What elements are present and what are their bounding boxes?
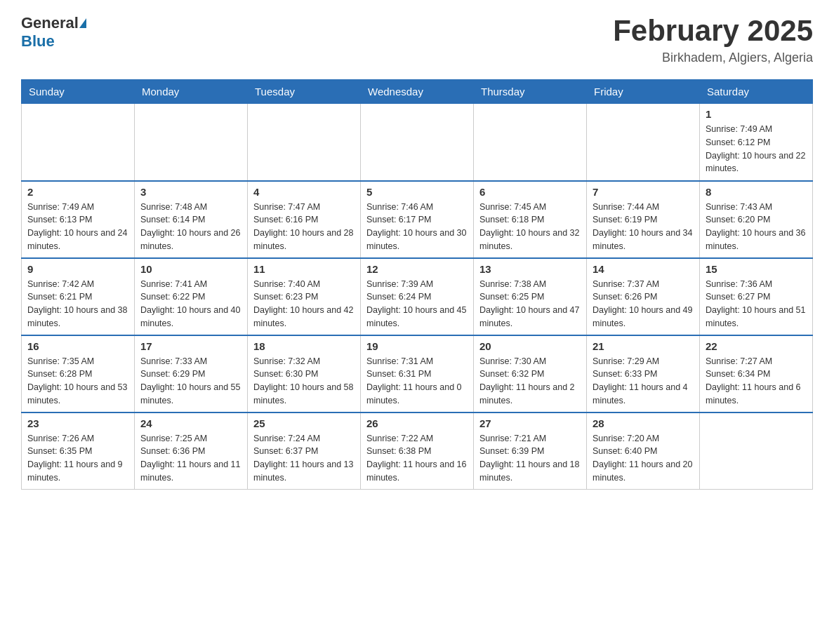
weekday-header-sunday: Sunday: [22, 80, 135, 104]
day-info: Sunrise: 7:20 AMSunset: 6:40 PMDaylight:…: [593, 432, 694, 485]
weekday-header-tuesday: Tuesday: [248, 80, 361, 104]
day-number: 20: [479, 340, 581, 352]
title-section: February 2025 Birkhadem, Algiers, Algeri…: [613, 14, 813, 65]
calendar-cell: [474, 104, 587, 181]
day-info: Sunrise: 7:40 AMSunset: 6:23 PMDaylight:…: [253, 278, 355, 330]
day-info: Sunrise: 7:41 AMSunset: 6:22 PMDaylight:…: [140, 278, 241, 330]
day-number: 1: [706, 108, 807, 120]
weekday-header-monday: Monday: [135, 80, 248, 104]
day-number: 17: [140, 340, 241, 352]
day-number: 9: [27, 263, 128, 275]
calendar-header-row: SundayMondayTuesdayWednesdayThursdayFrid…: [22, 80, 813, 104]
weekday-header-thursday: Thursday: [474, 80, 587, 104]
day-info: Sunrise: 7:22 AMSunset: 6:38 PMDaylight:…: [366, 432, 468, 485]
day-number: 10: [140, 263, 241, 275]
day-number: 26: [366, 417, 468, 429]
day-number: 19: [366, 340, 468, 352]
logo: General Blue: [21, 14, 87, 51]
calendar-cell: 4Sunrise: 7:47 AMSunset: 6:16 PMDaylight…: [248, 181, 361, 258]
day-info: Sunrise: 7:44 AMSunset: 6:19 PMDaylight:…: [593, 201, 694, 253]
day-number: 22: [706, 340, 807, 352]
day-number: 12: [366, 263, 468, 275]
calendar-cell: 20Sunrise: 7:30 AMSunset: 6:32 PMDayligh…: [474, 335, 587, 412]
day-info: Sunrise: 7:49 AMSunset: 6:12 PMDaylight:…: [706, 123, 807, 175]
day-number: 21: [593, 340, 694, 352]
day-number: 16: [27, 340, 128, 352]
calendar-cell: 25Sunrise: 7:24 AMSunset: 6:37 PMDayligh…: [248, 412, 361, 490]
calendar-cell: 28Sunrise: 7:20 AMSunset: 6:40 PMDayligh…: [587, 412, 700, 490]
day-number: 4: [253, 186, 355, 198]
day-number: 28: [593, 417, 694, 429]
weekday-header-friday: Friday: [587, 80, 700, 104]
day-info: Sunrise: 7:33 AMSunset: 6:29 PMDaylight:…: [140, 355, 241, 408]
calendar-cell: 18Sunrise: 7:32 AMSunset: 6:30 PMDayligh…: [248, 335, 361, 412]
day-info: Sunrise: 7:26 AMSunset: 6:35 PMDaylight:…: [27, 432, 128, 485]
day-info: Sunrise: 7:35 AMSunset: 6:28 PMDaylight:…: [27, 355, 128, 408]
calendar-week-5: 23Sunrise: 7:26 AMSunset: 6:35 PMDayligh…: [22, 412, 813, 490]
calendar-cell: 26Sunrise: 7:22 AMSunset: 6:38 PMDayligh…: [361, 412, 474, 490]
calendar-cell: 7Sunrise: 7:44 AMSunset: 6:19 PMDaylight…: [587, 181, 700, 258]
day-info: Sunrise: 7:21 AMSunset: 6:39 PMDaylight:…: [479, 432, 581, 485]
calendar-cell: 15Sunrise: 7:36 AMSunset: 6:27 PMDayligh…: [700, 258, 813, 335]
location-text: Birkhadem, Algiers, Algeria: [613, 51, 813, 65]
day-number: 18: [253, 340, 355, 352]
logo-blue-text: Blue: [21, 32, 55, 50]
day-info: Sunrise: 7:29 AMSunset: 6:33 PMDaylight:…: [593, 355, 694, 408]
day-info: Sunrise: 7:42 AMSunset: 6:21 PMDaylight:…: [27, 278, 128, 330]
calendar-cell: [22, 104, 135, 181]
calendar-cell: 13Sunrise: 7:38 AMSunset: 6:25 PMDayligh…: [474, 258, 587, 335]
calendar-cell: 16Sunrise: 7:35 AMSunset: 6:28 PMDayligh…: [22, 335, 135, 412]
day-info: Sunrise: 7:45 AMSunset: 6:18 PMDaylight:…: [479, 201, 581, 253]
calendar-cell: 5Sunrise: 7:46 AMSunset: 6:17 PMDaylight…: [361, 181, 474, 258]
day-number: 27: [479, 417, 581, 429]
day-info: Sunrise: 7:39 AMSunset: 6:24 PMDaylight:…: [366, 278, 468, 330]
day-number: 11: [253, 263, 355, 275]
day-info: Sunrise: 7:27 AMSunset: 6:34 PMDaylight:…: [706, 355, 807, 408]
calendar-cell: [248, 104, 361, 181]
day-info: Sunrise: 7:36 AMSunset: 6:27 PMDaylight:…: [706, 278, 807, 330]
day-number: 3: [140, 186, 241, 198]
calendar-cell: 1Sunrise: 7:49 AMSunset: 6:12 PMDaylight…: [700, 104, 813, 181]
page-header: General Blue February 2025 Birkhadem, Al…: [21, 14, 813, 65]
day-number: 14: [593, 263, 694, 275]
day-info: Sunrise: 7:38 AMSunset: 6:25 PMDaylight:…: [479, 278, 581, 330]
day-number: 6: [479, 186, 581, 198]
calendar-cell: 9Sunrise: 7:42 AMSunset: 6:21 PMDaylight…: [22, 258, 135, 335]
day-number: 13: [479, 263, 581, 275]
calendar-cell: 17Sunrise: 7:33 AMSunset: 6:29 PMDayligh…: [135, 335, 248, 412]
day-number: 25: [253, 417, 355, 429]
calendar-cell: [361, 104, 474, 181]
day-info: Sunrise: 7:49 AMSunset: 6:13 PMDaylight:…: [27, 201, 128, 253]
calendar-cell: [700, 412, 813, 490]
calendar-cell: 12Sunrise: 7:39 AMSunset: 6:24 PMDayligh…: [361, 258, 474, 335]
calendar-cell: [587, 104, 700, 181]
calendar-week-4: 16Sunrise: 7:35 AMSunset: 6:28 PMDayligh…: [22, 335, 813, 412]
day-info: Sunrise: 7:32 AMSunset: 6:30 PMDaylight:…: [253, 355, 355, 408]
calendar-cell: 21Sunrise: 7:29 AMSunset: 6:33 PMDayligh…: [587, 335, 700, 412]
day-info: Sunrise: 7:48 AMSunset: 6:14 PMDaylight:…: [140, 201, 241, 253]
calendar-cell: 22Sunrise: 7:27 AMSunset: 6:34 PMDayligh…: [700, 335, 813, 412]
day-number: 7: [593, 186, 694, 198]
day-number: 8: [706, 186, 807, 198]
calendar-week-3: 9Sunrise: 7:42 AMSunset: 6:21 PMDaylight…: [22, 258, 813, 335]
day-info: Sunrise: 7:25 AMSunset: 6:36 PMDaylight:…: [140, 432, 241, 485]
calendar-cell: 2Sunrise: 7:49 AMSunset: 6:13 PMDaylight…: [22, 181, 135, 258]
day-info: Sunrise: 7:43 AMSunset: 6:20 PMDaylight:…: [706, 201, 807, 253]
day-number: 2: [27, 186, 128, 198]
calendar-cell: [135, 104, 248, 181]
day-info: Sunrise: 7:37 AMSunset: 6:26 PMDaylight:…: [593, 278, 694, 330]
logo-arrow-icon: [79, 18, 86, 28]
day-info: Sunrise: 7:30 AMSunset: 6:32 PMDaylight:…: [479, 355, 581, 408]
calendar-cell: 11Sunrise: 7:40 AMSunset: 6:23 PMDayligh…: [248, 258, 361, 335]
calendar-cell: 24Sunrise: 7:25 AMSunset: 6:36 PMDayligh…: [135, 412, 248, 490]
day-number: 23: [27, 417, 128, 429]
day-info: Sunrise: 7:47 AMSunset: 6:16 PMDaylight:…: [253, 201, 355, 253]
calendar-week-1: 1Sunrise: 7:49 AMSunset: 6:12 PMDaylight…: [22, 104, 813, 181]
day-info: Sunrise: 7:46 AMSunset: 6:17 PMDaylight:…: [366, 201, 468, 253]
calendar-cell: 27Sunrise: 7:21 AMSunset: 6:39 PMDayligh…: [474, 412, 587, 490]
day-info: Sunrise: 7:31 AMSunset: 6:31 PMDaylight:…: [366, 355, 468, 408]
calendar-cell: 23Sunrise: 7:26 AMSunset: 6:35 PMDayligh…: [22, 412, 135, 490]
logo-general-text: General: [21, 14, 79, 32]
calendar-cell: 6Sunrise: 7:45 AMSunset: 6:18 PMDaylight…: [474, 181, 587, 258]
calendar-cell: 19Sunrise: 7:31 AMSunset: 6:31 PMDayligh…: [361, 335, 474, 412]
